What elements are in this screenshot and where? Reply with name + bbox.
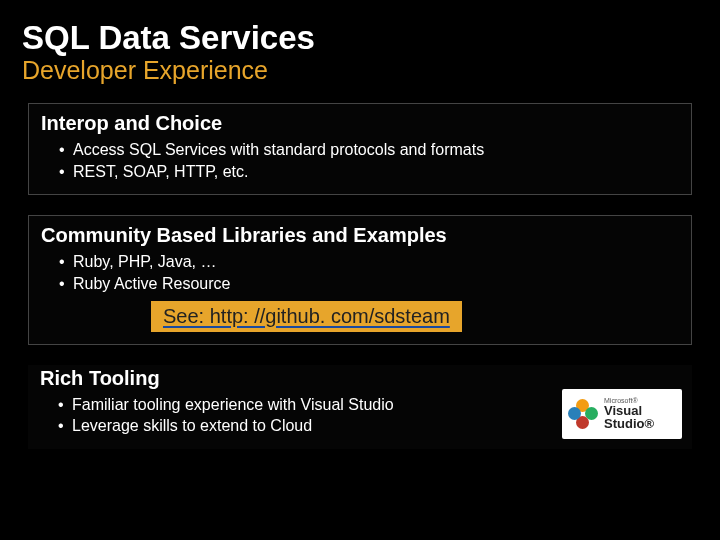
list-item: Access SQL Services with standard protoc… — [73, 139, 679, 161]
list-item: Ruby Active Resource — [73, 273, 679, 295]
section-heading: Community Based Libraries and Examples — [41, 224, 679, 247]
section-heading: Interop and Choice — [41, 112, 679, 135]
list-item: REST, SOAP, HTTP, etc. — [73, 161, 679, 183]
github-link[interactable]: See: http: //github. com/sdsteam — [151, 301, 462, 332]
section-tooling: Rich Tooling Familiar tooling experience… — [28, 365, 692, 449]
visual-studio-logo: Microsoft® Visual Studio® — [562, 389, 682, 439]
section-interop: Interop and Choice Access SQL Services w… — [28, 103, 692, 195]
section-community: Community Based Libraries and Examples R… — [28, 215, 692, 344]
bullet-list: Ruby, PHP, Java, … Ruby Active Resource — [41, 251, 679, 294]
section-heading: Rich Tooling — [40, 367, 680, 390]
logo-brand-main: Visual Studio® — [604, 404, 676, 430]
list-item: Ruby, PHP, Java, … — [73, 251, 679, 273]
vs-logo-text: Microsoft® Visual Studio® — [604, 397, 676, 430]
slide-title: SQL Data Services — [22, 20, 698, 56]
bullet-list: Access SQL Services with standard protoc… — [41, 139, 679, 182]
vs-flower-icon — [568, 399, 598, 429]
slide-subtitle: Developer Experience — [22, 56, 698, 85]
